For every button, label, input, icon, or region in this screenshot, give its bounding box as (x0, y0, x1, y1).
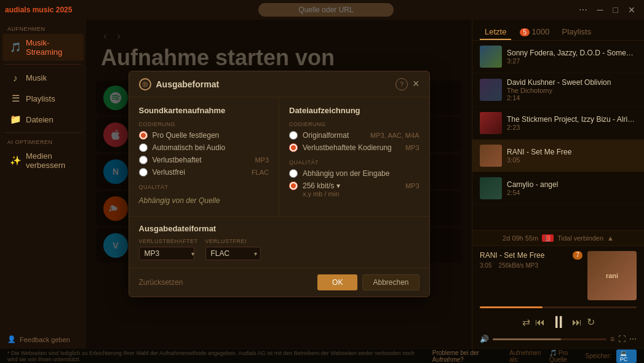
track-info: RANI - Set Me Free 3:05 (507, 148, 637, 164)
volume-bar[interactable] (493, 338, 606, 340)
sidebar-item-label: Playlists (26, 94, 55, 103)
tab-playlists[interactable]: Playlists (557, 25, 597, 40)
progress-bar-container[interactable] (480, 306, 637, 308)
option-verlustbehaftet[interactable]: Verlustbehaftet MP3 (139, 156, 269, 164)
option-pro-quelle[interactable]: Pro Quelle festlegen (139, 131, 269, 140)
option-originalformat[interactable]: Originalformat MP3, AAC, M4A (289, 131, 419, 140)
track-item[interactable]: The Stickmen Project, Izzy Bizu - Alrigh… (472, 107, 644, 140)
radio-256kbit[interactable] (289, 182, 298, 190)
option-label: Abhängig von der Eingabe (303, 169, 389, 178)
option-abhaengig-eingabe[interactable]: Abhängig von der Eingabe (289, 169, 419, 178)
now-playing-artwork: rani (587, 251, 637, 300)
lossy-format-select[interactable]: MP3 AAC M4A (139, 247, 194, 260)
prev-button[interactable]: ⏮ (535, 317, 545, 328)
radio-abhaengig-eingabe[interactable] (289, 169, 298, 178)
feedback-button[interactable]: 👤 Feedback geben (7, 335, 79, 343)
problem-link[interactable]: Probleme bei der Aufnahme? (425, 349, 505, 363)
modal-body: Soundkartenaufnahme CODIERUNG Pro Quelle… (129, 97, 429, 216)
maximize-button[interactable]: □ (610, 4, 622, 16)
bottom-bar: * Die Webseiten sind lediglich zu Erleic… (0, 348, 644, 363)
playback-controls: ⇄ ⏮ ⏸ ⏭ ↻ (480, 312, 637, 332)
track-thumbnail (480, 46, 502, 68)
cancel-button[interactable]: Abbrechen (362, 274, 419, 290)
quality-detail: x.y mb / min (289, 190, 419, 197)
playlists-icon: ☰ (10, 93, 21, 104)
storage-badge: 💻 PC (616, 349, 637, 363)
volume-row: 🔊 ≡ ⛶ ⋯ (480, 335, 637, 343)
track-sub: The Dichotomy (507, 87, 637, 94)
progress-fill (480, 306, 543, 308)
close-button[interactable]: ✕ (624, 4, 639, 16)
tidal-chevron-icon: ▲ (607, 234, 614, 242)
sidebar-item-label: Dateien (26, 115, 54, 124)
encoding-label-right: CODIERUNG (289, 121, 419, 127)
footnote: * Die Webseiten sind lediglich zu Erleic… (7, 350, 425, 362)
lossy-select-wrapper: MP3 AAC M4A (139, 247, 198, 260)
option-label: Originalformat (303, 131, 349, 140)
radio-automatisch[interactable] (139, 143, 148, 152)
lossless-format-select[interactable]: FLAC WAV (205, 247, 261, 260)
sidebar: AUFNEHMEN 🎵 Musik-Streaming ♪ Musik ☰ Pl… (0, 20, 86, 348)
more-options-button[interactable]: ⋯ (629, 335, 637, 343)
record-as-label: Aufnehmen als: (509, 349, 544, 363)
progress-bar (480, 306, 637, 308)
content-area: ‹ › Aufnahme starten von Spotify N Napst… (86, 20, 472, 348)
reset-button[interactable]: Zurücksetzen (139, 278, 183, 287)
sidebar-item-label: Medien verbessern (26, 151, 76, 170)
format-col-lossy: VERLUSTBEHAFTET MP3 AAC M4A (139, 238, 198, 260)
modal-overlay: ◎ Ausgabeformat ? × Soundkartenaufnahme … (86, 20, 472, 348)
volume-fill (493, 338, 561, 340)
next-button[interactable]: ⏭ (572, 317, 582, 328)
modal-title: Ausgabeformat (156, 79, 391, 89)
format-sublabel-lossless: VERLUSTFREI (205, 238, 261, 244)
sidebar-item-dateien[interactable]: 📁 Dateien (2, 110, 84, 129)
repeat-button[interactable]: ↻ (587, 316, 595, 328)
radio-verlustbehaftete-kodierung[interactable] (289, 143, 298, 152)
play-pause-button[interactable]: ⏸ (550, 312, 567, 332)
now-playing-badge: 7 (573, 251, 582, 260)
track-item-active[interactable]: RANI - Set Me Free 3:05 (472, 140, 644, 172)
musik-icon: ♪ (10, 72, 21, 83)
ext-label-mp3: MP3 (405, 144, 419, 151)
track-info: Camylio - angel 2:54 (507, 180, 637, 196)
radio-verlustbehaftet[interactable] (139, 156, 148, 164)
equalizer-icon: ≡ (610, 335, 614, 343)
minimize-button[interactable]: ─ (594, 4, 607, 16)
volume-icon: 🔊 (480, 335, 489, 343)
modal-close-button[interactable]: × (413, 78, 419, 90)
sidebar-item-medien[interactable]: ✨ Medien verbessern (2, 147, 84, 174)
option-verlustbehaftete-kodierung[interactable]: Verlustbehaftete Kodierung MP3 (289, 143, 419, 152)
shuffle-button[interactable]: ⇄ (522, 316, 530, 328)
tidal-time: 2d 09h 55m (503, 234, 538, 242)
option-verlustfrei[interactable]: Verlustfrei FLAC (139, 168, 269, 177)
modal-col-right: Dateiaufzeichnung CODIERUNG Originalform… (279, 97, 429, 216)
app-logo: audials music 2025 (5, 6, 72, 14)
ok-button[interactable]: OK (317, 274, 357, 290)
option-256kbit[interactable]: 256 kbit/s ▾ MP3 (289, 182, 419, 190)
track-info: The Stickmen Project, Izzy Bizu - Alrigh… (507, 115, 637, 131)
fullscreen-button[interactable]: ⛶ (618, 335, 626, 343)
search-input[interactable] (258, 3, 394, 17)
tidal-connect-bar[interactable]: 2d 09h 55m 📕 Tidal verbinden ▲ (472, 230, 644, 245)
sidebar-item-musik-streaming[interactable]: 🎵 Musik-Streaming (2, 34, 84, 61)
sidebar-item-playlists[interactable]: ☰ Playlists (2, 89, 84, 108)
track-item[interactable]: Camylio - angel 2:54 (472, 172, 644, 205)
track-item[interactable]: David Kushner - Sweet Oblivion The Dicho… (472, 73, 644, 107)
feedback-label: Feedback geben (20, 336, 70, 343)
sidebar-item-musik[interactable]: ♪ Musik (2, 68, 84, 87)
ext-label-orig: MP3, AAC, M4A (370, 132, 419, 139)
format-col-lossless: VERLUSTFREI FLAC WAV (205, 238, 261, 260)
track-item[interactable]: Sonny Fodera, Jazzy, D.O.D - Somedays 3:… (472, 41, 644, 73)
track-title: Sonny Fodera, Jazzy, D.O.D - Somedays (507, 49, 637, 57)
radio-originalformat[interactable] (289, 131, 298, 140)
tab-1000[interactable]: 5 1000 (514, 25, 554, 40)
tab-letzte[interactable]: Letzte (480, 25, 511, 40)
modal-help-button[interactable]: ? (396, 78, 408, 90)
radio-verlustfrei[interactable] (139, 168, 148, 177)
tidal-label: Tidal verbinden (557, 234, 603, 242)
main-layout: AUFNEHMEN 🎵 Musik-Streaming ♪ Musik ☰ Pl… (0, 20, 644, 348)
radio-pro-quelle[interactable] (139, 131, 148, 140)
option-automatisch[interactable]: Automatisch bei Audio (139, 143, 269, 152)
expand-icon: ⋯ (575, 4, 591, 16)
option-label: Verlustbehaftete Kodierung (303, 143, 392, 152)
